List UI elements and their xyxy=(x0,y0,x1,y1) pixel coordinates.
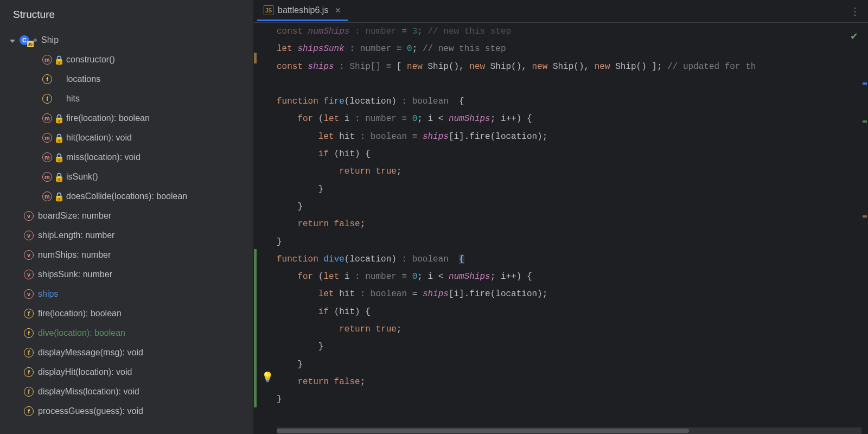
code-area: 💡 const numShips : number = 3; // new th… xyxy=(254,23,868,434)
structure-item-label: displayMiss(location): void xyxy=(38,387,139,397)
structure-member-row[interactable]: v shipsSunk: number xyxy=(4,265,253,284)
js-icon: JS xyxy=(264,5,273,15)
structure-member-row[interactable]: v ships xyxy=(4,284,253,304)
structure-member-row[interactable]: m 🔒 constructor() xyxy=(4,50,253,69)
structure-item-label: isSunk() xyxy=(66,172,98,182)
structure-item-label: displayHit(location): void xyxy=(38,367,132,377)
structure-item-label: shipLength: number xyxy=(38,231,114,240)
lock-icon: 🔒 xyxy=(56,133,62,143)
vcs-added-stripe xyxy=(254,249,257,407)
structure-item-label: locations xyxy=(66,74,100,84)
structure-item-label: fire(location): boolean xyxy=(66,113,150,123)
function-icon: f xyxy=(24,309,34,318)
structure-panel: Structure C JS Ship m 🔒 constructor() f … xyxy=(0,0,254,434)
structure-member-row[interactable]: f processGuess(guess): void xyxy=(4,401,253,421)
function-icon: f xyxy=(24,328,34,338)
structure-item-label: hits xyxy=(66,94,80,104)
close-icon[interactable]: ✕ xyxy=(333,6,341,15)
structure-item-label: doesCollide(locations): boolean xyxy=(66,192,187,201)
structure-member-row[interactable]: v numShips: number xyxy=(4,245,253,265)
editor-tab[interactable]: JS battleship6.js ✕ xyxy=(257,1,348,21)
structure-tree[interactable]: C JS Ship m 🔒 constructor() f locations … xyxy=(0,30,253,421)
variable-icon: v xyxy=(24,270,34,279)
structure-member-row[interactable]: f locations xyxy=(4,69,253,89)
structure-member-row[interactable]: f displayHit(location): void xyxy=(4,362,253,382)
editor-panel: JS battleship6.js ✕ ⋮ ✔ 💡 const numShips… xyxy=(254,0,868,434)
method-icon: m xyxy=(42,113,52,123)
structure-item-label: miss(location): void xyxy=(66,152,141,162)
method-icon: m xyxy=(42,172,52,182)
structure-item-label: numShips: number xyxy=(38,250,111,260)
vertical-scrollbar[interactable] xyxy=(861,23,868,434)
function-icon: f xyxy=(24,406,34,416)
tab-filename: battleship6.js xyxy=(278,5,328,15)
structure-member-row[interactable]: f dive(location): boolean xyxy=(4,323,253,343)
lock-icon: 🔒 xyxy=(56,55,62,65)
editor-menu-icon[interactable]: ⋮ xyxy=(850,5,868,17)
structure-title: Structure xyxy=(0,0,253,30)
structure-member-row[interactable]: v shipLength: number xyxy=(4,226,253,245)
function-icon: f xyxy=(24,348,34,358)
structure-member-row[interactable]: f fire(location): boolean xyxy=(4,304,253,323)
js-badge-icon: JS xyxy=(27,41,34,47)
structure-item-label: ships xyxy=(38,289,58,299)
horizontal-scrollbar[interactable] xyxy=(277,427,861,434)
structure-member-row[interactable]: f hits xyxy=(4,89,253,108)
structure-member-row[interactable]: f displayMiss(location): void xyxy=(4,382,253,401)
lock-icon: 🔒 xyxy=(56,152,62,163)
lock-icon: 🔒 xyxy=(56,172,62,182)
structure-item-label: boardSize: number xyxy=(38,211,111,221)
variable-icon: v xyxy=(24,231,34,240)
structure-item-label: constructor() xyxy=(66,55,115,65)
intention-bulb-icon[interactable]: 💡 xyxy=(261,371,273,383)
field-icon: f xyxy=(42,94,52,104)
structure-member-row[interactable]: m 🔒 isSunk() xyxy=(4,167,253,187)
method-icon: m xyxy=(42,55,52,65)
structure-item-label: Ship xyxy=(41,35,59,45)
variable-icon: v xyxy=(24,289,34,299)
method-icon: m xyxy=(42,133,52,143)
gutter[interactable]: 💡 xyxy=(254,23,277,434)
lock-icon: 🔒 xyxy=(56,192,62,202)
structure-member-row[interactable]: m 🔒 fire(location): boolean xyxy=(4,108,253,128)
structure-member-row[interactable]: m 🔒 miss(location): void xyxy=(4,148,253,167)
structure-member-row[interactable]: m 🔒 doesCollide(locations): boolean xyxy=(4,187,253,206)
field-icon: f xyxy=(42,74,52,84)
lock-icon: 🔒 xyxy=(56,113,62,124)
variable-icon: v xyxy=(24,211,34,221)
structure-member-row[interactable]: m 🔒 hit(location): void xyxy=(4,128,253,148)
structure-item-label: shipsSunk: number xyxy=(38,270,112,279)
structure-member-row[interactable]: f displayMessage(msg): void xyxy=(4,343,253,362)
function-icon: f xyxy=(24,367,34,377)
structure-item-label: displayMessage(msg): void xyxy=(38,348,143,358)
method-icon: m xyxy=(42,192,52,201)
visibility-dot-icon xyxy=(34,39,37,42)
variable-icon: v xyxy=(24,250,34,260)
structure-item-label: dive(location): boolean xyxy=(38,328,125,338)
function-icon: f xyxy=(24,387,34,397)
structure-member-row[interactable]: v boardSize: number xyxy=(4,206,253,226)
structure-item-label: hit(location): void xyxy=(66,133,132,143)
code-editor[interactable]: const numShips : number = 3; // new this… xyxy=(277,23,868,434)
vcs-modified-stripe xyxy=(254,53,257,63)
structure-item-label: fire(location): boolean xyxy=(38,309,122,318)
tab-bar: JS battleship6.js ✕ ⋮ xyxy=(254,0,868,23)
structure-item-label: processGuess(guess): void xyxy=(38,406,143,416)
chevron-down-icon[interactable] xyxy=(10,35,15,45)
structure-class-row[interactable]: C JS Ship xyxy=(4,30,253,50)
method-icon: m xyxy=(42,152,52,162)
